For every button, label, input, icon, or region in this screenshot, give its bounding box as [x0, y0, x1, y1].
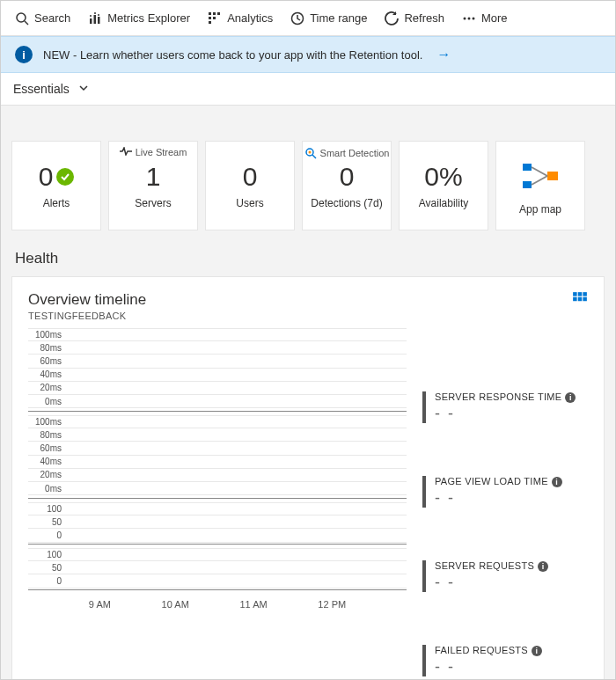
health-section-title: Health [15, 250, 605, 267]
legend-title: SERVER RESPONSE TIMEi [435, 391, 588, 403]
server-response-chart: 100ms80ms60ms40ms20ms0ms [28, 328, 407, 412]
legend-value: - - [435, 574, 588, 592]
chart-gridline: 80ms [28, 428, 407, 442]
more-button[interactable]: More [453, 1, 517, 35]
y-tick-label: 0 [28, 576, 67, 586]
overview-tiles: 0 Alerts Live Stream 1 Servers [11, 141, 605, 230]
svg-rect-10 [209, 21, 211, 24]
info-icon[interactable]: i [552, 477, 562, 487]
y-tick-label: 50 [28, 563, 67, 573]
clock-icon [290, 11, 304, 26]
time-range-button[interactable]: Time range [282, 1, 376, 35]
analytics-button[interactable]: Analytics [199, 1, 282, 35]
svg-rect-9 [209, 17, 211, 19]
pin-icon[interactable] [572, 291, 588, 311]
detections-top: Smart Detection [320, 148, 390, 158]
detections-label: Detections (7d) [311, 197, 382, 209]
y-tick-label: 80ms [28, 343, 67, 353]
chart-gridline: 100 [28, 502, 407, 515]
svg-rect-30 [578, 297, 583, 302]
svg-rect-27 [578, 292, 583, 296]
y-tick-label: 20ms [28, 383, 67, 392]
svg-point-7 [98, 14, 99, 16]
analytics-icon [208, 11, 222, 26]
users-tile[interactable]: 0 Users [205, 141, 295, 230]
more-label: More [481, 11, 508, 25]
availability-label: Availability [419, 197, 468, 209]
legend-item[interactable]: FAILED REQUESTSi- - [422, 645, 588, 676]
essentials-label: Essentials [13, 82, 70, 96]
pulse-icon [120, 147, 132, 157]
servers-tile[interactable]: Live Stream 1 Servers [108, 141, 198, 230]
server-requests-chart: 100500 [28, 502, 407, 545]
availability-value: 0% [424, 162, 462, 192]
svg-rect-2 [90, 18, 92, 24]
svg-rect-31 [583, 297, 587, 302]
info-icon[interactable]: i [532, 646, 542, 656]
x-tick-label: 10 AM [162, 599, 189, 610]
time-range-label: Time range [310, 11, 367, 25]
y-tick-label: 0 [28, 530, 67, 540]
legend-item[interactable]: SERVER RESPONSE TIMEi- - [422, 391, 588, 423]
x-tick-label: 9 AM [89, 599, 111, 610]
y-tick-label: 100ms [28, 330, 67, 340]
alerts-tile[interactable]: 0 Alerts [11, 141, 101, 230]
chart-gridline: 60ms [28, 355, 407, 368]
chart-gridline: 100ms [28, 415, 407, 428]
banner-text: NEW - Learn whether users come back to y… [43, 48, 422, 62]
search-icon [15, 11, 29, 26]
users-value: 0 [243, 162, 258, 192]
availability-tile[interactable]: 0% Availability [399, 141, 488, 230]
failed-requests-chart: 100500 [28, 548, 407, 590]
x-tick-label: 12 PM [318, 599, 346, 610]
refresh-label: Refresh [404, 11, 444, 25]
essentials-toggle[interactable]: Essentials [1, 73, 615, 106]
analytics-label: Analytics [227, 11, 273, 25]
smart-detection-icon [304, 147, 317, 159]
chevron-down-icon [78, 83, 89, 96]
timeline-charts[interactable]: 100ms80ms60ms40ms20ms0ms 100ms80ms60ms40… [28, 328, 407, 610]
card-subtitle: TESTINGFEEDBACK [28, 311, 146, 321]
banner-link-arrow-icon[interactable]: → [436, 47, 451, 62]
y-tick-label: 0ms [28, 397, 67, 406]
metrics-explorer-button[interactable]: Metrics Explorer [79, 1, 199, 35]
y-tick-label: 0ms [28, 484, 67, 494]
page-view-chart: 100ms80ms60ms40ms20ms0ms [28, 415, 407, 499]
y-tick-label: 40ms [28, 457, 67, 466]
svg-rect-22 [523, 181, 532, 188]
svg-rect-29 [573, 297, 577, 302]
chart-gridline: 40ms [28, 456, 407, 469]
more-icon [462, 11, 476, 26]
servers-value: 1 [146, 162, 161, 192]
svg-line-24 [532, 167, 547, 176]
svg-rect-13 [217, 12, 220, 15]
servers-label: Servers [135, 197, 171, 209]
app-map-tile[interactable]: App map [495, 141, 585, 230]
legend-title: PAGE VIEW LOAD TIMEi [435, 476, 588, 487]
search-button[interactable]: Search [6, 1, 79, 35]
chart-gridline: 20ms [28, 382, 407, 395]
detections-tile[interactable]: Smart Detection 0 Detections (7d) [302, 141, 392, 230]
users-label: Users [236, 197, 263, 209]
y-tick-label: 50 [28, 517, 67, 527]
content-scroll[interactable]: 0 Alerts Live Stream 1 Servers [1, 106, 615, 679]
chart-gridline: 60ms [28, 442, 407, 455]
refresh-button[interactable]: Refresh [376, 1, 453, 35]
legend-item[interactable]: SERVER REQUESTSi- - [422, 560, 588, 592]
refresh-icon [385, 11, 399, 26]
chart-gridline: 100ms [28, 328, 407, 341]
metrics-label: Metrics Explorer [107, 11, 190, 25]
chart-legends: SERVER RESPONSE TIMEi- -PAGE VIEW LOAD T… [422, 328, 588, 676]
chart-gridline: 0 [28, 574, 407, 588]
chart-gridline: 0ms [28, 482, 407, 495]
legend-item[interactable]: PAGE VIEW LOAD TIMEi- - [422, 476, 588, 508]
svg-point-17 [472, 17, 474, 19]
y-tick-label: 40ms [28, 369, 67, 379]
svg-line-19 [312, 155, 316, 158]
info-icon[interactable]: i [565, 392, 576, 403]
info-icon[interactable]: i [538, 561, 548, 572]
chart-gridline: 100 [28, 548, 407, 561]
svg-point-6 [94, 12, 96, 14]
y-tick-label: 80ms [28, 430, 67, 440]
svg-rect-11 [213, 12, 216, 15]
